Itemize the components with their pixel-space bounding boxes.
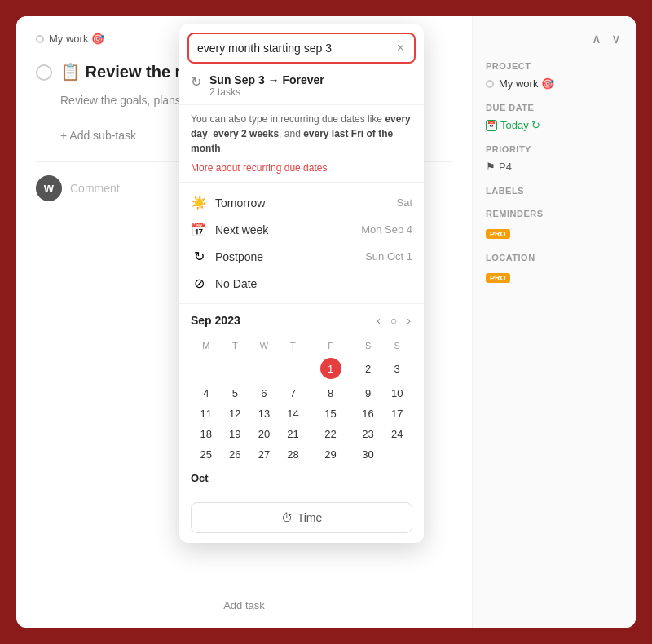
cal-day-25[interactable]: 25 [192, 445, 220, 464]
next-month-label: Oct [191, 465, 412, 487]
sidebar-duedate-value[interactable]: 📅 Today ↻ [486, 119, 623, 131]
calendar-next-icon: 📅 [191, 222, 207, 237]
recurring-title: Sun Sep 3 → Forever [209, 73, 324, 86]
time-button[interactable]: ⏱ Time [191, 502, 412, 533]
date-input-row: × [187, 33, 416, 64]
close-button[interactable]: × [395, 39, 406, 57]
calendar-week-4: 18 19 20 21 22 23 24 [192, 425, 411, 443]
recurring-option[interactable]: ↻ Sun Sep 3 → Forever 2 tasks [179, 64, 424, 105]
cal-day-18[interactable]: 18 [192, 425, 220, 443]
avatar: W [36, 175, 62, 201]
option-next-week[interactable]: 📅 Next week Mon Sep 4 [179, 216, 424, 243]
add-task-button[interactable]: Add task [223, 599, 265, 611]
nav-up-button[interactable]: ∧ [590, 29, 603, 48]
option-postpone[interactable]: ↻ Postpone Sun Oct 1 [179, 243, 424, 270]
cal-day-empty [383, 445, 411, 464]
calendar-section: Sep 2023 ‹ ○ › M T W T F S S [179, 303, 424, 496]
date-picker-popup: × ↻ Sun Sep 3 → Forever 2 tasks You can … [179, 24, 424, 543]
option-tomorrow[interactable]: ☀️ Tomorrow Sat [179, 189, 424, 216]
time-button-label: Time [297, 511, 323, 524]
tip-text: You can also type in recurring due dates… [179, 105, 424, 162]
cal-day-29[interactable]: 29 [308, 445, 353, 464]
cal-day-7[interactable]: 7 [280, 384, 307, 403]
sidebar-priority-section: Priority ⚑ P4 [486, 144, 623, 173]
sidebar-project-name[interactable]: My work 🎯 [499, 77, 554, 90]
day-header-sat: S [355, 338, 382, 353]
cal-day-15[interactable]: 15 [308, 404, 353, 423]
option-no-date[interactable]: ⊘ No Date [179, 270, 424, 297]
cal-day-11[interactable]: 11 [192, 404, 220, 423]
cal-day-21[interactable]: 21 [280, 425, 307, 443]
cal-day-24[interactable]: 24 [383, 425, 411, 443]
cal-day-20[interactable]: 20 [250, 425, 278, 443]
cal-day-13[interactable]: 13 [250, 404, 278, 423]
cal-day-27[interactable]: 27 [250, 445, 278, 464]
day-header-mon: M [192, 338, 220, 353]
location-pro-badge[interactable]: PRO [486, 273, 510, 283]
nav-down-button[interactable]: ∨ [610, 29, 623, 48]
cal-day-14[interactable]: 14 [280, 404, 307, 423]
sidebar-priority-value[interactable]: ⚑ P4 [486, 161, 623, 173]
day-header-thu: T [280, 338, 307, 353]
sidebar-duedate-text: Today ↻ [500, 119, 540, 131]
cal-day-5[interactable]: 5 [222, 384, 249, 403]
cal-prev-button[interactable]: ‹ [375, 312, 382, 329]
recurring-details: Sun Sep 3 → Forever 2 tasks [209, 73, 324, 98]
day-header-wed: W [250, 338, 278, 353]
calendar-week-2: 4 5 6 7 8 9 10 [192, 384, 411, 403]
sidebar-project-dot-icon [486, 80, 494, 88]
calendar-week-3: 11 12 13 14 15 16 17 [192, 404, 411, 423]
cal-next-button[interactable]: › [405, 312, 412, 329]
option-no-date-label: No Date [215, 277, 404, 290]
cal-day-4[interactable]: 4 [192, 384, 220, 403]
more-link[interactable]: More about recurring due dates [179, 162, 424, 182]
option-next-week-date: Mon Sep 4 [361, 223, 412, 236]
cal-day-28[interactable]: 28 [280, 445, 307, 464]
add-task-label: Add task [223, 599, 265, 611]
cal-day-17[interactable]: 17 [383, 404, 411, 423]
cal-day-8[interactable]: 8 [308, 384, 353, 403]
add-subtask-label: + Add sub-task [60, 129, 136, 142]
cal-day-16[interactable]: 16 [355, 404, 382, 423]
task-panel: My work 🎯 📋 Review the monthly plan Revi… [16, 16, 636, 628]
cal-day-26[interactable]: 26 [222, 445, 249, 464]
recurring-icon: ↻ [191, 74, 201, 90]
cal-day-3[interactable]: 3 [383, 355, 411, 382]
option-tomorrow-date: Sat [396, 196, 412, 209]
sidebar-labels-section: Labels [486, 186, 623, 196]
sidebar-project-value: My work 🎯 [486, 77, 623, 90]
comment-input[interactable]: Comment [70, 182, 120, 195]
cal-day-19[interactable]: 19 [222, 425, 249, 443]
sidebar-project-section: Project My work 🎯 [486, 61, 623, 90]
date-input[interactable] [197, 42, 390, 55]
calendar-week-5: 25 26 27 28 29 30 [192, 445, 411, 464]
cal-day-empty [280, 355, 307, 382]
sidebar-priority-label: Priority [486, 144, 623, 154]
recurring-sub: 2 tasks [209, 86, 324, 98]
sidebar-duedate-label: Due date [486, 103, 623, 112]
sidebar-duedate-section: Due date 📅 Today ↻ [486, 103, 623, 131]
cal-day-10[interactable]: 10 [383, 384, 411, 403]
cal-today-button[interactable]: ○ [389, 312, 399, 329]
cal-day-9[interactable]: 9 [355, 384, 382, 403]
option-postpone-date: Sun Oct 1 [365, 250, 412, 262]
project-dot-icon [36, 35, 44, 43]
cal-day-22[interactable]: 22 [308, 425, 353, 443]
cal-day-1[interactable]: 1 [308, 355, 353, 382]
reminders-pro-badge[interactable]: PRO [486, 229, 510, 239]
sidebar-project-label: Project [486, 61, 623, 71]
cal-day-30[interactable]: 30 [355, 445, 382, 464]
calendar-header: Sep 2023 ‹ ○ › [191, 312, 412, 329]
day-header-tue: T [222, 338, 249, 353]
calendar-month-label: Sep 2023 [191, 314, 240, 327]
cal-day-6[interactable]: 6 [250, 384, 278, 403]
task-checkbox[interactable] [36, 64, 52, 81]
task-sidebar: ∧ ∨ Project My work 🎯 Due date 📅 Today ↻… [473, 16, 636, 628]
calendar-icon: 📅 [486, 120, 497, 131]
cal-day-2[interactable]: 2 [355, 355, 382, 382]
sun-icon: ☀️ [191, 195, 207, 210]
postpone-icon: ↻ [191, 249, 207, 264]
cal-day-empty [222, 355, 249, 382]
cal-day-23[interactable]: 23 [355, 425, 382, 443]
cal-day-12[interactable]: 12 [222, 404, 249, 423]
